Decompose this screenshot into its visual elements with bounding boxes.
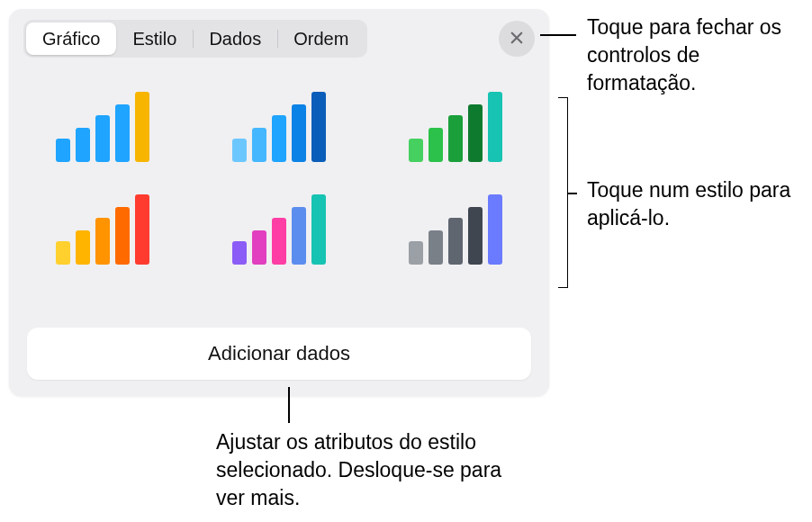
tab-gráfico[interactable]: Gráfico — [26, 22, 116, 55]
bar-icon — [135, 92, 149, 162]
bar-icon — [448, 115, 463, 162]
bar-icon — [409, 241, 423, 265]
callout-close: Toque para fechar os controlos de format… — [587, 14, 812, 97]
bar-icon — [468, 104, 483, 162]
bar-icon — [115, 104, 130, 162]
chart-style-style-1[interactable] — [54, 92, 151, 162]
callout-leader — [288, 387, 290, 423]
tab-bar: GráficoEstiloDadosOrdem — [23, 20, 535, 58]
bar-icon — [429, 230, 443, 265]
bar-icon — [272, 115, 286, 162]
tab-ordem[interactable]: Ordem — [277, 22, 365, 55]
chart-style-style-3[interactable] — [407, 92, 504, 162]
callout-bracket — [558, 97, 568, 288]
add-data-button[interactable]: Adicionar dados — [27, 328, 531, 380]
close-icon — [509, 30, 525, 49]
bar-icon — [95, 115, 110, 162]
chart-style-style-4[interactable] — [54, 194, 151, 265]
callout-leader — [568, 193, 577, 194]
bar-icon — [95, 218, 110, 265]
bar-icon — [409, 139, 423, 162]
callout-leader — [540, 34, 576, 36]
bar-icon — [292, 104, 306, 162]
bar-icon — [232, 139, 247, 162]
bar-icon — [311, 92, 326, 162]
bar-icon — [488, 92, 502, 162]
bar-icon — [252, 128, 266, 162]
segmented-control: GráficoEstiloDadosOrdem — [23, 20, 367, 58]
bar-icon — [76, 128, 90, 162]
callout-style: Toque num estilo para aplicá-lo. — [587, 176, 812, 232]
close-button[interactable] — [499, 21, 535, 57]
bar-icon — [232, 241, 247, 265]
bar-icon — [292, 207, 306, 265]
tab-estilo[interactable]: Estilo — [116, 22, 193, 55]
bar-icon — [76, 230, 90, 265]
bar-icon — [488, 194, 502, 265]
bar-icon — [448, 218, 463, 265]
bar-icon — [135, 194, 149, 265]
bar-icon — [252, 230, 266, 265]
bar-icon — [468, 207, 483, 265]
bar-icon — [429, 128, 443, 162]
tab-dados[interactable]: Dados — [193, 22, 277, 55]
bar-icon — [272, 218, 286, 265]
chart-format-panel: GráficoEstiloDadosOrdem Adicionar dados — [9, 9, 549, 396]
chart-style-style-6[interactable] — [407, 194, 504, 265]
bar-icon — [56, 241, 70, 265]
chart-style-style-5[interactable] — [230, 194, 328, 265]
bar-icon — [115, 207, 130, 265]
chart-style-style-2[interactable] — [230, 92, 328, 162]
bar-icon — [311, 194, 326, 265]
callout-attrs: Ajustar os atributos do estilo seleciona… — [216, 428, 522, 512]
chart-style-grid — [23, 92, 535, 265]
bar-icon — [56, 139, 70, 162]
